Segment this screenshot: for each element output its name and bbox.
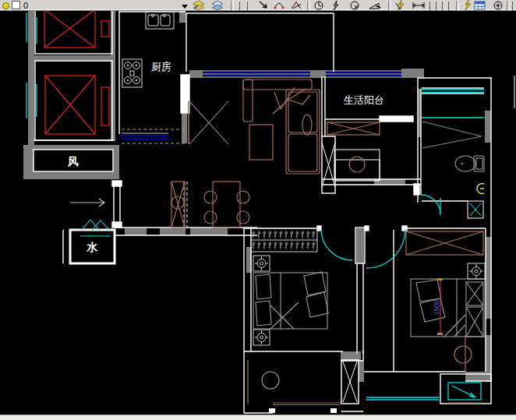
elevator-symbols — [44, 11, 109, 134]
wall-fills — [23, 11, 492, 382]
layer-color-swatch[interactable] — [12, 1, 20, 9]
furniture-brown — [171, 79, 483, 405]
column-bar-icon[interactable] — [442, 2, 443, 11]
nightstand-lamps — [253, 256, 485, 345]
table-grid-icon[interactable] — [474, 1, 486, 10]
entrance-arrow — [70, 199, 104, 206]
make-object-layer-current-icon[interactable] — [192, 1, 206, 10]
rotate-clock-alt-icon[interactable] — [349, 1, 360, 10]
kitchen-sink — [146, 12, 174, 29]
dashed-lines — [122, 129, 187, 228]
kitchen-label: 厨房 — [151, 61, 171, 72]
yellow-fixture — [477, 184, 484, 194]
toolbar-button-edge — [512, 2, 513, 11]
column-bar-icon[interactable] — [448, 2, 449, 11]
air-shaft-label: 风 — [67, 155, 79, 168]
toolbar-button-edge — [247, 2, 248, 11]
layer-combo-value[interactable]: 0 — [23, 1, 28, 11]
quick-select-bolt-icon[interactable] — [394, 0, 407, 10]
layer-previous-icon[interactable] — [210, 1, 224, 10]
toolbar-separator — [307, 1, 310, 11]
wardrobe — [251, 228, 317, 252]
arc-endpoints-icon[interactable] — [273, 1, 285, 10]
dimension-text: 1500 — [433, 300, 440, 315]
floor-plan-drawing: 厨房 生活阳台 风 水 1500 — [0, 11, 516, 415]
cad-application-window: 0 — [0, 0, 516, 420]
layer-bulb-icon[interactable] — [2, 2, 10, 10]
toolbar-separator — [507, 1, 510, 11]
layer-dropdown-arrow-icon[interactable] — [182, 5, 188, 9]
toolbar: 0 — [0, 0, 516, 11]
column-bar-icon[interactable] — [429, 2, 430, 11]
angle-measure-icon[interactable] — [290, 1, 302, 10]
rotate-clock-icon[interactable] — [313, 1, 324, 10]
water-shaft-label: 水 — [86, 241, 98, 253]
column-bar-icon[interactable] — [436, 2, 436, 11]
horizontal-constraint-icon[interactable] — [412, 1, 426, 10]
pan-arrow-icon[interactable] — [258, 1, 269, 10]
circle-plus-icon[interactable] — [493, 1, 504, 10]
furniture-gray — [189, 101, 485, 389]
kitchen-stove — [122, 59, 142, 87]
toolbar-separator — [388, 1, 391, 11]
status-bar — [0, 415, 516, 420]
modify-bolt-icon[interactable] — [330, 1, 341, 10]
living-balcony-label: 生活阳台 — [344, 94, 384, 106]
taper-arrow-icon[interactable] — [368, 1, 382, 10]
drawing-canvas[interactable]: 厨房 生活阳台 风 水 1500 — [0, 11, 516, 415]
quick-bolt-icon[interactable] — [461, 0, 474, 10]
toolbar-separator — [456, 1, 459, 11]
toolbar-separator — [231, 1, 234, 11]
toolbar-button-edge — [239, 2, 240, 11]
